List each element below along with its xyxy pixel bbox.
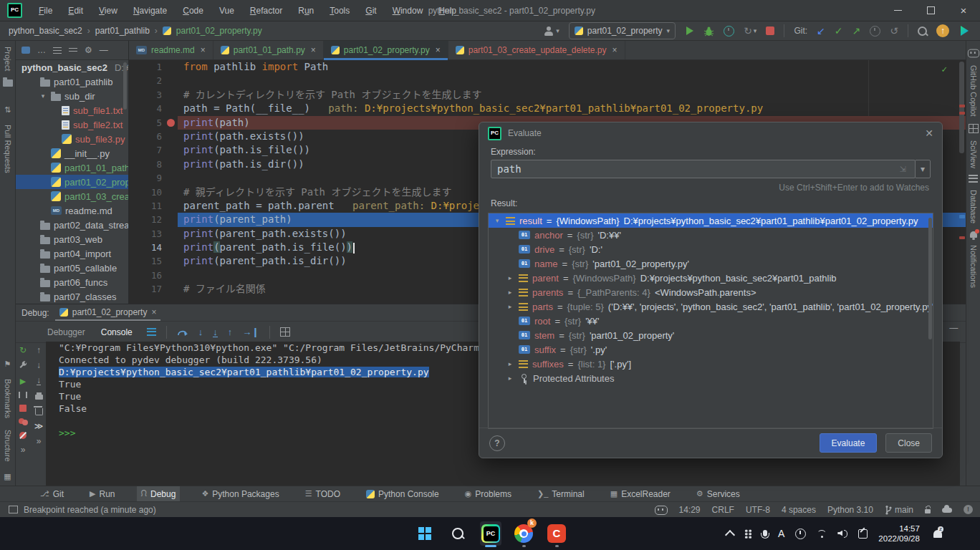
code-with-me-icon[interactable] — [959, 25, 970, 37]
scroll-to-end-icon[interactable]: ↓ — [37, 376, 41, 385]
debug-view-tab-console[interactable]: Console — [97, 326, 137, 339]
minimize-button[interactable] — [881, 0, 914, 21]
chevron-icon[interactable]: ▸ — [506, 375, 514, 382]
project-scrollbar[interactable] — [123, 62, 127, 110]
settings-wrench-icon[interactable] — [18, 361, 28, 371]
run-to-cursor-icon[interactable]: →❙ — [242, 327, 259, 337]
more-icon[interactable]: » — [21, 445, 26, 454]
status-item-14-29[interactable]: 14:29 — [679, 505, 701, 515]
run-configuration-select[interactable]: part01_02_property ▾ — [569, 22, 676, 39]
user-menu[interactable]: ▾ — [544, 26, 559, 36]
chevron-icon[interactable]: ▸ — [506, 360, 514, 367]
menu-view[interactable]: View — [92, 4, 124, 18]
tab-pull-requests[interactable]: Pull Requests — [4, 125, 12, 173]
tree-item-part01-pathlib[interactable]: part01_pathlib — [16, 74, 128, 89]
tab-bookmarks[interactable]: Bookmarks — [4, 379, 12, 418]
breadcrumb-item[interactable]: python_basic_sec2 — [9, 26, 82, 36]
console-prompt-icon[interactable]: ≫ — [34, 422, 44, 430]
menu-run[interactable]: Run — [292, 4, 320, 18]
run-button[interactable] — [685, 26, 694, 36]
expression-input[interactable] — [491, 160, 916, 178]
dialog-title-bar[interactable]: PC Evaluate ✕ — [479, 122, 942, 144]
menu-git[interactable]: Git — [359, 4, 383, 18]
coverage-button[interactable]: ↻▾ — [744, 26, 756, 36]
tab-notifications[interactable]: Notifications — [969, 245, 978, 288]
result-row-anchor[interactable]: anchor={str}'D:¥¥' — [489, 228, 933, 242]
menu-code[interactable]: Code — [176, 4, 210, 18]
chevron-icon[interactable]: ▾ — [493, 217, 501, 224]
mute-breakpoints-icon[interactable] — [19, 432, 27, 439]
hide-panel-icon[interactable]: — — [949, 323, 958, 333]
tree-item-part05-callable[interactable]: part05_callable — [16, 261, 128, 275]
result-row-name[interactable]: name={str}'part01_02_property.py' — [489, 256, 933, 271]
show-execution-point-icon[interactable] — [147, 328, 156, 336]
editor-scrollbar[interactable] — [959, 62, 964, 153]
git-update-button[interactable]: ↙ — [817, 26, 825, 36]
status-item-4-spaces[interactable]: 4 spaces — [782, 505, 816, 515]
editor-tab-part01-03-create-update-delete-py[interactable]: part01_03_create_update_delete.py× — [448, 41, 625, 59]
clear-console-icon[interactable] — [35, 408, 43, 415]
result-row-suffix[interactable]: suffix={str}'.py' — [489, 342, 933, 357]
menu-refactor[interactable]: Refactor — [244, 4, 289, 18]
chevron-icon[interactable]: ▸ — [506, 289, 514, 296]
tool-window-button-debug[interactable]: ᙁDebug — [137, 486, 181, 501]
tool-window-button-run[interactable]: ▶Run — [85, 486, 119, 501]
close-tab-icon[interactable]: × — [311, 45, 316, 55]
tool-window-button-python-packages[interactable]: ❖Python Packages — [197, 486, 283, 501]
stop-button[interactable] — [766, 26, 774, 35]
code-line-2[interactable]: 2 — [129, 74, 966, 87]
tree-item-part04-import[interactable]: part04_import — [16, 246, 128, 261]
status-item-utf-8[interactable]: UTF-8 — [746, 505, 770, 515]
git-commit-button[interactable]: ✓ — [835, 26, 843, 36]
chevron-icon[interactable]: ▸ — [506, 274, 514, 281]
tool-window-button-terminal[interactable]: ❯_Terminal — [533, 486, 589, 501]
pen-battery-icon[interactable] — [858, 529, 868, 539]
tab-structure[interactable]: Structure — [4, 430, 12, 462]
tree-item-part02-data-stream[interactable]: part02_data_stream — [16, 218, 128, 232]
taskbar-clock[interactable]: 14:57 2022/09/28 — [878, 524, 920, 544]
inspections-ok-icon[interactable]: ✓ — [941, 64, 947, 74]
more-icon[interactable]: … — [37, 45, 46, 55]
maximize-button[interactable] — [914, 0, 947, 21]
collapse-all-icon[interactable] — [69, 48, 77, 52]
step-into-icon[interactable]: ↓ — [198, 327, 203, 337]
copilot-status-icon[interactable] — [655, 506, 668, 515]
tool-window-button-excelreader[interactable]: ▦ExcelReader — [606, 486, 675, 501]
menu-tools[interactable]: Tools — [323, 4, 356, 18]
taskbar-search-button[interactable] — [447, 521, 469, 546]
more-icon[interactable]: » — [37, 437, 42, 445]
expand-editor-icon[interactable]: ⇲ — [900, 165, 906, 174]
notification-bell-icon[interactable] — [933, 530, 942, 538]
close-tab-icon[interactable]: × — [612, 45, 618, 55]
status-item-main[interactable]: main — [885, 505, 913, 515]
update-available-icon[interactable]: ↑ — [936, 24, 949, 37]
pause-icon[interactable] — [19, 392, 27, 398]
breakpoint-dot[interactable] — [167, 119, 175, 127]
close-tab-icon[interactable]: × — [201, 45, 206, 55]
result-row-drive[interactable]: drive={str}'D:' — [489, 242, 933, 256]
print-icon[interactable] — [35, 395, 43, 400]
tab-sciview[interactable]: SciView — [969, 140, 978, 168]
more-tool-windows-icon[interactable]: ▦ — [4, 472, 11, 481]
hide-panel-icon[interactable]: — — [100, 45, 108, 55]
down-stack-icon[interactable]: ↓ — [37, 361, 41, 370]
code-line-1[interactable]: 1from pathlib import Path — [129, 60, 966, 74]
stop-icon[interactable] — [19, 405, 27, 412]
close-tab-icon[interactable]: × — [436, 45, 441, 55]
up-stack-icon[interactable]: ↑ — [37, 346, 41, 354]
taskbar-pycharm-icon[interactable]: PC — [480, 521, 501, 546]
result-row-result[interactable]: ▾result={WindowsPath}D:¥projects¥python_… — [489, 213, 933, 228]
menu-file[interactable]: File — [32, 4, 59, 18]
evaluate-button[interactable]: Evaluate — [820, 433, 878, 453]
editor-tab-part01-01-path-py[interactable]: part01_01_path.py× — [213, 41, 324, 59]
code-line-3[interactable]: 3# カレントディレクトリを示す Path オブジェクトを生成します — [129, 88, 966, 102]
tool-window-button-git[interactable]: ⎇Git — [36, 486, 68, 501]
tree-item-part01-01-path-py[interactable]: part01_01_path.py — [16, 160, 128, 175]
step-out-icon[interactable]: ↑ — [228, 327, 233, 337]
menu-vue[interactable]: Vue — [213, 4, 241, 18]
tool-window-button-problems[interactable]: ◉Problems — [461, 486, 516, 501]
debug-session-tab[interactable]: part01_02_property × — [55, 304, 161, 321]
result-row-suffixes[interactable]: ▸suffixes={list: 1}['.py'] — [489, 357, 933, 371]
taskbar-camtasia-icon[interactable]: C — [546, 521, 567, 546]
tool-window-button-python-console[interactable]: Python Console — [362, 486, 443, 501]
